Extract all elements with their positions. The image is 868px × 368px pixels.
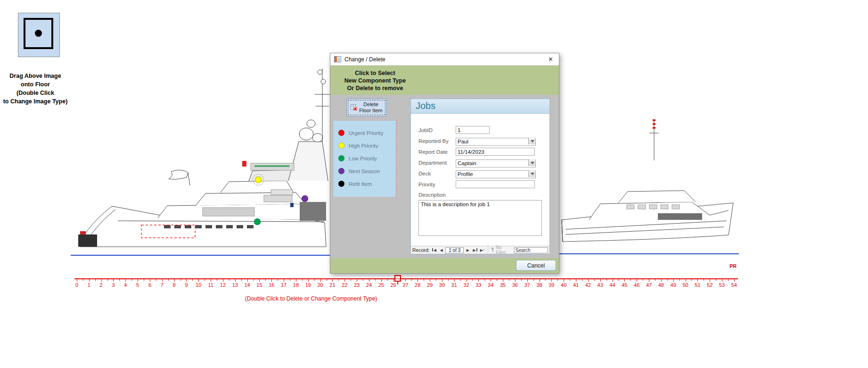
field-label-priority: Priority <box>418 182 456 187</box>
header-line: Click to Select <box>330 69 420 77</box>
last-record-button[interactable]: ▶ <box>472 247 478 253</box>
legend-label: Next Season <box>349 168 380 174</box>
legend-label: Urgent Priority <box>349 130 384 136</box>
app-canvas: Drag Above Image onto Floor (Double Clic… <box>0 0 868 368</box>
field-label-description: Description <box>418 192 456 198</box>
drag-image-tool[interactable] <box>18 13 60 57</box>
field-report-date-input[interactable] <box>456 148 535 156</box>
refit-item-dot-icon <box>338 181 344 187</box>
next-season-dot-icon <box>338 168 344 174</box>
dialog-header-band: Click to Select New Component Type Or De… <box>330 66 559 95</box>
legend-label: High Priority <box>349 143 378 149</box>
legend-item-next-season[interactable]: Next Season <box>334 165 396 177</box>
no-filter-label: No Filter <box>496 245 511 255</box>
close-icon[interactable]: ✕ <box>546 56 555 63</box>
reported-by-dropdown-arrow-icon[interactable] <box>528 137 535 144</box>
field-deck-input[interactable] <box>456 170 536 178</box>
field-description-input[interactable] <box>418 200 542 236</box>
first-record-button[interactable]: ◀ <box>431 247 437 253</box>
urgent-priority-dot-icon <box>338 130 344 136</box>
field-label-deck: Deck <box>418 171 456 176</box>
field-label-jobid: JobID <box>418 127 456 133</box>
low-priority-dot-icon <box>338 155 344 161</box>
legend-item-urgent-priority[interactable]: Urgent Priority <box>334 126 396 139</box>
field-label-report-date: Report Date <box>418 149 456 155</box>
delete-table-icon <box>351 104 357 111</box>
drag-instruction-line: Drag Above Image <box>0 72 71 80</box>
filter-funnel-icon <box>491 248 494 252</box>
legend-item-refit-item[interactable]: Refit Item <box>334 177 396 190</box>
yacht-profile-right <box>554 119 739 254</box>
header-line: Or Delete to remove <box>330 84 420 92</box>
jobs-fields: JobIDReported ByReport DateDepartmentDec… <box>411 114 549 238</box>
record-search-input[interactable] <box>514 247 548 253</box>
drag-instruction-line: to Change Image Type) <box>0 97 71 106</box>
drag-instruction-line: (Double Click <box>0 89 71 97</box>
dialog-title: Change / Delete <box>344 56 385 63</box>
field-label-reported-by: Reported By <box>418 138 456 144</box>
form-icon <box>334 56 341 62</box>
change-delete-dialog: Change / Delete ✕ Click to Select New Co… <box>330 53 559 274</box>
component-dot-icon <box>35 30 42 37</box>
department-dropdown-arrow-icon[interactable] <box>528 159 535 166</box>
footer-instruction: (Double Click to Delete or Change Compon… <box>231 295 391 302</box>
drag-instructions: Drag Above Image onto Floor (Double Clic… <box>0 72 71 106</box>
floor-marker-next-season[interactable] <box>302 195 308 202</box>
field-reported-by-input[interactable] <box>456 138 536 146</box>
delete-floor-item-button[interactable]: Delete Floor Item <box>346 99 387 117</box>
component-square-icon <box>24 18 53 49</box>
previous-record-button[interactable]: ◀ <box>438 247 444 253</box>
dialog-footer-band: Cancel <box>330 258 559 273</box>
priority-legend: Urgent PriorityHigh PriorityLow Priority… <box>334 121 396 197</box>
dialog-body: Delete Floor Item Urgent PriorityHigh Pr… <box>330 95 559 259</box>
field-department-input[interactable] <box>456 159 536 167</box>
jobs-form-title: Jobs <box>411 99 549 114</box>
legend-item-low-priority[interactable]: Low Priority <box>334 152 396 165</box>
yacht-profile-left <box>71 68 333 255</box>
record-position: 1 of 3 <box>445 247 464 253</box>
new-record-button[interactable]: ▶* <box>479 247 485 253</box>
header-line: New Component Type <box>330 77 420 84</box>
field-label-department: Department <box>418 160 456 166</box>
deck-dropdown-arrow-icon[interactable] <box>528 170 535 177</box>
drag-instruction-line: onto Floor <box>0 80 71 89</box>
pr-label: PR <box>729 263 737 269</box>
field-priority-input[interactable] <box>456 180 535 188</box>
next-record-button[interactable]: ▶ <box>465 247 471 253</box>
jobs-form: Jobs JobIDReported ByReport DateDepartme… <box>410 99 550 254</box>
floor-marker-high-priority[interactable] <box>255 176 262 183</box>
legend-label: Low Priority <box>349 156 377 161</box>
field-jobid-input[interactable] <box>456 126 490 134</box>
high-priority-dot-icon <box>338 142 344 149</box>
record-label: Record: <box>412 247 430 253</box>
delete-floor-item-label: Delete Floor Item <box>359 101 383 114</box>
dialog-titlebar[interactable]: Change / Delete ✕ <box>330 53 559 66</box>
legend-label: Refit Item <box>349 181 372 187</box>
floor-marker-low-priority[interactable] <box>254 218 261 225</box>
filter-indicator[interactable]: No Filter <box>488 245 511 255</box>
record-navigator: Record: ◀ ◀ 1 of 3 ▶ ▶ ▶* No Filter <box>411 246 549 254</box>
legend-item-high-priority[interactable]: High Priority <box>334 139 396 152</box>
cancel-button[interactable]: Cancel <box>516 260 556 271</box>
